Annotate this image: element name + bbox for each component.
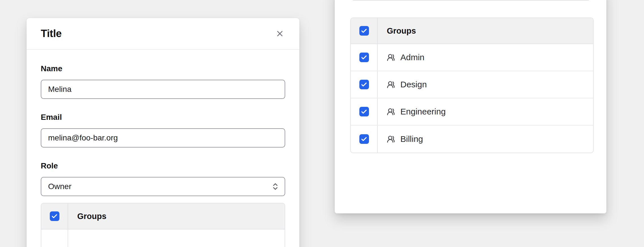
row-label-cell: Admin: [378, 44, 593, 71]
row-checkbox-cell: [351, 44, 378, 71]
check-icon: [361, 136, 367, 142]
group-row-label: Engineering: [400, 107, 446, 116]
select-all-cell: [41, 203, 68, 229]
chevrons-up-down-icon: [271, 182, 280, 191]
role-select-value: Owner: [48, 182, 71, 191]
users-icon: [387, 135, 395, 143]
row-checkbox-cell: [351, 125, 378, 153]
row-label-cell: [68, 229, 285, 247]
table-row-billing[interactable]: Billing: [351, 125, 593, 153]
cutoff-select-remnant: [351, 0, 591, 0]
name-input[interactable]: [41, 80, 285, 99]
groups-header-label: Groups: [68, 203, 106, 229]
close-button[interactable]: [273, 27, 286, 40]
check-icon: [361, 28, 367, 34]
groups-select-all-checkbox[interactable]: [50, 211, 59, 221]
modal-header: Title: [27, 18, 299, 50]
modal-title: Title: [41, 28, 62, 40]
row-checkbox[interactable]: [359, 107, 369, 116]
row-checkbox[interactable]: [359, 134, 369, 144]
table-row-admin[interactable]: Admin: [351, 44, 593, 71]
row-checkbox[interactable]: [359, 80, 369, 89]
check-icon: [361, 54, 367, 61]
table-row-design[interactable]: Design: [351, 71, 593, 98]
table-row[interactable]: [41, 229, 285, 247]
check-icon: [361, 81, 367, 88]
table-row-engineering[interactable]: Engineering: [351, 98, 593, 125]
row-label-cell: Engineering: [378, 98, 593, 125]
groups-table-expanded: Groups Admin: [350, 18, 594, 153]
group-row-label: Admin: [400, 53, 424, 62]
scrolled-modal-panel: Groups Admin: [335, 0, 606, 213]
row-label-cell: Billing: [378, 125, 593, 153]
groups-table: Groups: [41, 203, 285, 247]
groups-table-header: Groups: [351, 18, 593, 44]
users-icon: [387, 81, 395, 89]
role-field: Role Owner: [41, 161, 285, 196]
email-label: Email: [41, 112, 285, 122]
select-all-cell: [351, 18, 378, 44]
groups-header-label: Groups: [378, 18, 416, 44]
row-checkbox-cell: [41, 229, 68, 247]
check-icon: [361, 109, 367, 115]
email-input[interactable]: [41, 128, 285, 148]
x-icon: [275, 29, 284, 38]
role-label: Role: [41, 161, 285, 171]
row-label-cell: Design: [378, 71, 593, 98]
edit-user-modal: Title Name Email Role Owner: [27, 18, 299, 247]
users-icon: [387, 108, 395, 116]
name-label: Name: [41, 64, 285, 73]
modal-body: Name Email Role Owner: [27, 50, 299, 247]
email-field: Email: [41, 112, 285, 148]
row-checkbox[interactable]: [359, 53, 369, 62]
users-icon: [387, 53, 395, 62]
group-row-label: Billing: [400, 134, 423, 144]
row-checkbox-cell: [351, 98, 378, 125]
row-checkbox-cell: [351, 71, 378, 98]
group-row-label: Design: [400, 80, 427, 89]
desktop-background: Title Name Email Role Owner: [0, 0, 644, 247]
check-icon: [51, 213, 58, 220]
name-field: Name: [41, 64, 285, 99]
role-select[interactable]: Owner: [41, 177, 285, 196]
groups-table-header: Groups: [41, 203, 285, 229]
groups-select-all-checkbox[interactable]: [359, 26, 369, 36]
